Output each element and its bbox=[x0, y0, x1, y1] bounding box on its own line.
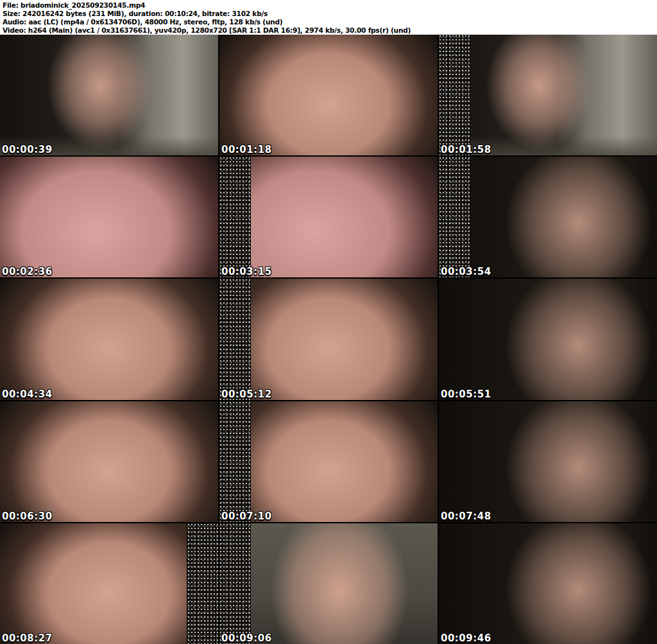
timestamp-overlay: 00:03:54 bbox=[441, 266, 491, 277]
video-thumbnail: 00:01:18 bbox=[219, 35, 438, 155]
video-thumbnail: 00:08:27 bbox=[0, 523, 218, 644]
video-thumbnail: 00:03:15 bbox=[219, 157, 438, 277]
timestamp-overlay: 00:08:27 bbox=[2, 632, 53, 644]
video-thumbnail: 00:07:10 bbox=[219, 401, 438, 522]
video-thumbnail: 00:00:39 bbox=[0, 35, 218, 155]
timestamp-overlay: 00:05:12 bbox=[221, 388, 272, 400]
timestamp-overlay: 00:01:58 bbox=[441, 144, 491, 155]
video-thumbnail: 00:03:54 bbox=[439, 157, 657, 277]
video-thumbnail: 00:02:36 bbox=[0, 157, 218, 277]
video-thumbnail: 00:01:58 bbox=[439, 35, 657, 155]
video-thumbnail: 00:05:51 bbox=[439, 279, 657, 399]
video-thumbnail: 00:05:12 bbox=[219, 279, 438, 399]
video-thumbnail: 00:09:46 bbox=[439, 523, 657, 644]
video-thumbnail: 00:07:48 bbox=[439, 401, 657, 522]
video-info-line: Video: h264 (Main) (avc1 / 0x31637661), … bbox=[3, 26, 654, 35]
timestamp-overlay: 00:00:39 bbox=[2, 144, 53, 155]
timestamp-overlay: 00:04:34 bbox=[2, 388, 53, 400]
audio-info-line: Audio: aac (LC) (mp4a / 0x6134706D), 480… bbox=[3, 18, 654, 26]
video-thumbnail: 00:09:06 bbox=[219, 523, 438, 644]
video-thumbnail: 00:06:30 bbox=[0, 401, 218, 522]
timestamp-overlay: 00:03:15 bbox=[221, 266, 272, 277]
file-info-header: File: briadominick_202509230145.mp4 Size… bbox=[0, 0, 657, 35]
timestamp-overlay: 00:07:48 bbox=[441, 510, 491, 522]
timestamp-overlay: 00:09:46 bbox=[441, 632, 491, 644]
file-name-line: File: briadominick_202509230145.mp4 bbox=[3, 1, 654, 10]
timestamp-overlay: 00:06:30 bbox=[2, 510, 53, 522]
video-thumbnail: 00:04:34 bbox=[0, 279, 218, 399]
timestamp-overlay: 00:07:10 bbox=[221, 510, 272, 522]
timestamp-overlay: 00:02:36 bbox=[2, 266, 53, 277]
file-size-line: Size: 242016242 bytes (231 MiB), duratio… bbox=[3, 10, 654, 18]
timestamp-overlay: 00:01:18 bbox=[221, 144, 272, 155]
timestamp-overlay: 00:09:06 bbox=[221, 632, 272, 644]
thumbnail-contact-sheet: 00:00:3900:01:1800:01:5800:02:3600:03:15… bbox=[0, 35, 657, 644]
timestamp-overlay: 00:05:51 bbox=[441, 388, 491, 400]
